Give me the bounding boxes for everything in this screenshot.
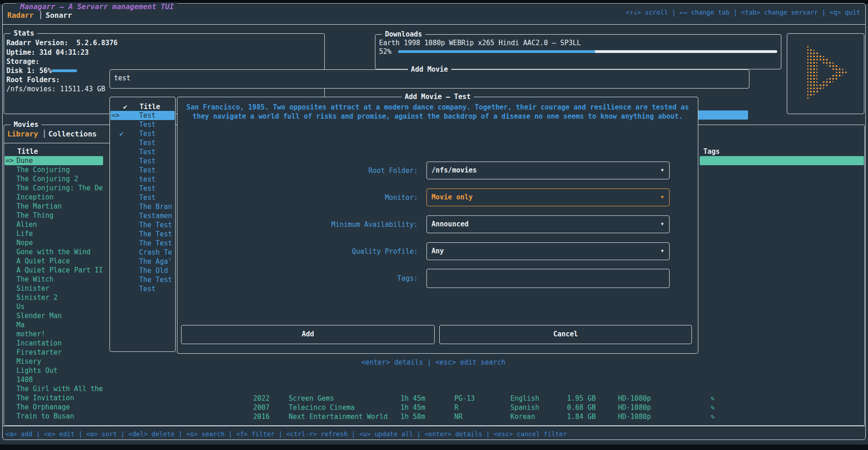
movie-list-item[interactable]: A Quiet Place — [5, 256, 103, 266]
add-movie-search-title: Add Movie — [408, 65, 451, 73]
tab-sonarr[interactable]: Sonarr — [46, 11, 72, 20]
result-detail-row[interactable]: 2022 Screen Gems 1h 45m PG-13 English 1.… — [253, 394, 819, 403]
movie-list-item[interactable]: Life — [5, 229, 103, 238]
form-field-dropdown[interactable] — [426, 269, 670, 288]
result-list-item[interactable]: Test — [110, 157, 175, 166]
movie-list-item[interactable]: Train to Busan — [5, 412, 103, 421]
add-button[interactable]: Add — [181, 325, 435, 344]
movies-column-header-tags: Tags — [703, 147, 720, 156]
movie-title: Sinister 2 — [16, 293, 103, 302]
detail-size: 1.84 GB — [567, 412, 618, 421]
result-list-item[interactable]: Test — [110, 193, 175, 202]
result-list-item[interactable]: ✔ Test — [110, 129, 175, 138]
form-field-dropdown[interactable]: Announced ▼ — [426, 215, 670, 233]
result-list-item[interactable]: The Old — [110, 266, 175, 275]
movie-list-item[interactable]: Us — [5, 302, 103, 311]
edit-icon[interactable]: ✎ — [711, 403, 724, 412]
selection-arrow — [5, 320, 16, 330]
movie-title: The Girl with All the — [16, 384, 103, 393]
movie-list-item[interactable]: Nope — [5, 238, 103, 247]
movie-list-item[interactable]: The Conjuring: The De — [5, 183, 103, 193]
movie-list-item[interactable]: Sinister 2 — [5, 293, 103, 302]
movie-title: Inception — [16, 193, 103, 202]
movie-title: The Conjuring 2 — [16, 174, 103, 183]
movie-list-item[interactable]: 1408 — [5, 375, 103, 384]
cancel-button[interactable]: Cancel — [439, 325, 692, 344]
result-list-item[interactable]: The Test — [110, 275, 175, 284]
search-results-panel: ✔ Title => Test Test ✔ Test Test — [109, 97, 176, 352]
result-title: The Aga' — [139, 257, 175, 266]
selection-arrow — [5, 384, 16, 393]
movie-list-item[interactable]: The Invitation — [5, 393, 103, 403]
result-list-item[interactable]: Test — [110, 120, 175, 129]
movie-title: The Conjuring — [16, 165, 103, 174]
movie-list-item[interactable]: The Martian — [5, 202, 103, 211]
movie-title: Nope — [16, 238, 103, 247]
result-list-item[interactable]: => Test — [110, 111, 175, 120]
form-field-dropdown[interactable]: Any ▼ — [426, 242, 670, 260]
detail-rating: R — [454, 403, 510, 412]
stats-panel-title: Stats — [10, 29, 37, 37]
selection-arrow — [5, 330, 16, 339]
edit-icon[interactable]: ✎ — [711, 394, 724, 403]
result-list-item[interactable]: Test — [110, 284, 175, 293]
movie-list-item[interactable]: The Witch — [5, 275, 103, 284]
result-marker — [110, 184, 139, 193]
movie-list-item[interactable]: The Orphanage — [5, 403, 103, 412]
result-marker — [110, 239, 139, 248]
movie-list-item[interactable]: mother! — [5, 330, 103, 339]
selected-movie-row-tags-cell[interactable] — [700, 156, 864, 165]
edit-icon[interactable]: ✎ — [711, 412, 724, 421]
movie-list-item[interactable]: Sinister — [5, 284, 103, 293]
form-field-label: Monitor: — [229, 194, 418, 202]
result-list-item[interactable]: Test — [110, 147, 175, 157]
movie-list-item[interactable]: Incantation — [5, 339, 103, 348]
movie-list-item[interactable]: A Quiet Place Part II — [5, 266, 103, 275]
add-movie-search-input[interactable]: test — [114, 74, 130, 82]
movie-description-line2: they navigate a world full of risks and … — [192, 112, 683, 120]
movie-list-item[interactable]: Gone with the Wind — [5, 247, 103, 256]
form-field-dropdown[interactable]: Movie only ▼ — [426, 188, 670, 206]
movie-list-item[interactable]: Firestarter — [5, 348, 103, 357]
result-list-item[interactable]: Test — [110, 166, 175, 175]
movies-tab-library[interactable]: Library — [7, 130, 38, 138]
result-detail-row[interactable]: 2016 Next Entertainment World 1h 58m NR … — [253, 412, 819, 421]
movie-list-item[interactable]: Alien — [5, 220, 103, 229]
result-list-item[interactable]: Test — [110, 184, 175, 193]
movie-list-item[interactable]: The Conjuring — [5, 165, 103, 174]
movie-list-item[interactable]: Slender Man — [5, 311, 103, 320]
result-list-item[interactable]: The Test — [110, 220, 175, 230]
add-movie-form: Root Folder: /nfs/movies ▼ Monitor: Movi… — [229, 162, 670, 296]
result-list-item[interactable]: Testamen — [110, 211, 175, 220]
selection-arrow — [5, 174, 16, 183]
result-list-item[interactable]: The Test — [110, 230, 175, 239]
movie-list-item[interactable]: Misery — [5, 357, 103, 366]
result-details-rows: 2022 Screen Gems 1h 45m PG-13 English 1.… — [253, 394, 819, 421]
movie-list-item[interactable]: The Thing — [5, 211, 103, 220]
tab-radarr[interactable]: Radarr — [7, 11, 34, 20]
result-list-item[interactable]: The Test — [110, 239, 175, 248]
result-list-item[interactable]: The Bran — [110, 202, 175, 211]
movie-list-item[interactable]: Lights Out — [5, 366, 103, 375]
result-list-item[interactable]: Test — [110, 138, 175, 147]
detail-quality: HD-1080p — [618, 394, 711, 403]
result-list-item[interactable]: test — [110, 175, 175, 184]
result-title: Test — [139, 111, 175, 120]
movie-list-item[interactable]: Ma — [5, 320, 103, 330]
result-detail-row[interactable]: 2007 Telecinco Cinema 1h 45m R Spanish 0… — [253, 403, 819, 412]
movie-list-item[interactable]: The Girl with All the — [5, 384, 103, 393]
selected-result-row-overflow[interactable] — [697, 110, 748, 120]
result-list-item[interactable]: Crash Te — [110, 248, 175, 257]
bottom-keybinding-hints: <a> add | <e> edit | <o> sort | <del> de… — [5, 430, 567, 438]
add-movie-search-box[interactable]: Add Movie test — [109, 69, 749, 89]
selection-arrow — [5, 375, 16, 384]
movies-tab-collections[interactable]: Collections — [48, 130, 97, 138]
form-field-dropdown[interactable]: /nfs/movies ▼ — [426, 162, 670, 179]
movie-list-item[interactable]: => Dune — [5, 156, 103, 165]
movie-list-item[interactable]: Inception — [5, 193, 103, 202]
result-list-item[interactable]: The Aga' — [110, 257, 175, 266]
form-field-value: /nfs/movies — [431, 166, 477, 174]
movie-list-item[interactable]: The Conjuring 2 — [5, 174, 103, 183]
result-title: Test — [139, 138, 175, 147]
movie-title: mother! — [16, 330, 103, 339]
